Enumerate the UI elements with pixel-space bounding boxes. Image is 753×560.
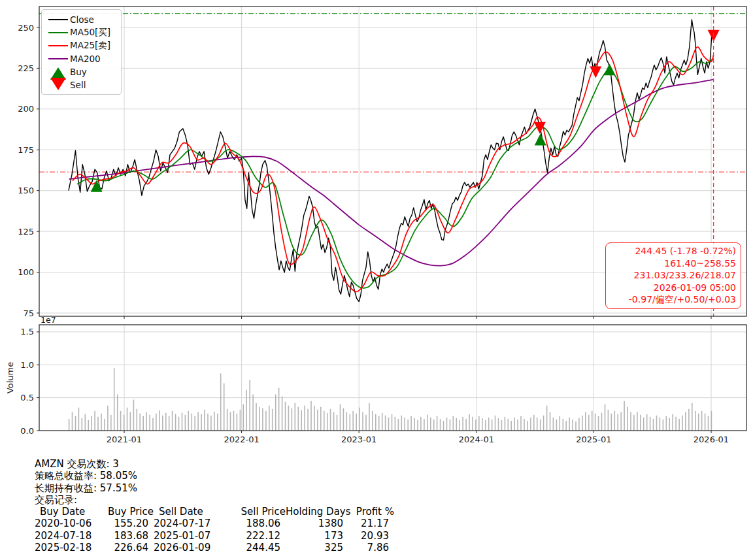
- volume-bar: [482, 418, 483, 431]
- volume-bar: [91, 416, 92, 431]
- volume-bar: [569, 418, 570, 431]
- volume-bar: [165, 413, 167, 431]
- volume-bar: [169, 416, 170, 431]
- chart-area: 751001251501752002252500.00.51.01.52021-…: [0, 0, 753, 451]
- volume-bar: [446, 418, 448, 431]
- y-tick-label: 125: [18, 227, 34, 237]
- volume-bar: [585, 412, 586, 431]
- volume-bar: [133, 400, 135, 431]
- volume-bar: [269, 406, 270, 431]
- volume-bar: [598, 416, 599, 431]
- volume-bar: [282, 397, 283, 431]
- volume-bar: [340, 404, 341, 431]
- legend-item-5[interactable]: Sell: [46, 78, 117, 91]
- volume-bar: [395, 417, 396, 431]
- volume-bar: [262, 408, 263, 431]
- volume-bar: [443, 421, 444, 431]
- trade-cell: 188.06: [227, 518, 280, 529]
- volume-bar: [175, 414, 176, 431]
- volume-bar: [440, 419, 441, 431]
- volume-bar: [656, 416, 658, 431]
- volume-offset-label: 1e7: [41, 315, 56, 325]
- volume-bar: [156, 414, 157, 431]
- y-tick-label: 150: [18, 186, 34, 195]
- volume-bar: [582, 416, 583, 431]
- trade-cell: 7.86: [343, 542, 389, 553]
- volume-bar: [556, 420, 558, 431]
- x-tick-label: 2025-01: [576, 435, 611, 444]
- volume-bar: [350, 414, 351, 431]
- volume-bar: [404, 418, 405, 431]
- ma200-line: [69, 80, 714, 266]
- volume-bar: [678, 419, 680, 431]
- volume-bar: [346, 412, 348, 431]
- legend-item-1[interactable]: MA50[买]: [46, 26, 117, 39]
- legend-item-4[interactable]: Buy: [46, 65, 117, 78]
- volume-bar: [465, 419, 467, 431]
- legend-line-icon: [46, 58, 70, 59]
- trade-cell: 226.64: [100, 542, 148, 553]
- volume-bar: [469, 414, 470, 431]
- trade-cell: 183.68: [100, 530, 148, 542]
- volume-bar: [82, 418, 83, 431]
- volume-bar: [510, 421, 512, 431]
- volume-bar: [78, 408, 80, 431]
- volume-bar: [620, 412, 622, 431]
- volume-bar: [450, 420, 451, 431]
- volume-bar: [617, 414, 618, 431]
- vol-y-tick-label: 1.5: [20, 327, 34, 337]
- legend: CloseMA50[买]MA25[卖]MA200BuySell: [41, 9, 122, 95]
- trade-cell: 20.93: [343, 530, 389, 542]
- volume-bar: [624, 401, 625, 431]
- volume-bar: [498, 418, 499, 431]
- volume-bar: [362, 412, 363, 431]
- volume-bar: [592, 411, 593, 431]
- legend-label: MA25[卖]: [70, 40, 110, 52]
- legend-item-3[interactable]: MA200: [46, 52, 117, 65]
- volume-bar: [472, 417, 473, 431]
- volume-bar: [650, 417, 651, 431]
- legend-item-2[interactable]: MA25[卖]: [46, 39, 117, 52]
- volume-bar: [327, 413, 328, 431]
- volume-bar: [214, 412, 215, 431]
- trade-cell: 2025-02-18: [35, 542, 100, 553]
- volume-bar: [427, 415, 428, 431]
- trade-col-header: Buy Price: [105, 506, 154, 518]
- volume-bar: [201, 414, 202, 431]
- volume-bar: [456, 418, 458, 431]
- volume-bar: [285, 402, 286, 431]
- volume-bar: [314, 406, 315, 431]
- volume-bar: [682, 416, 683, 431]
- trade-cell: 21.17: [343, 518, 389, 529]
- volume-bar: [601, 413, 603, 431]
- legend-item-0[interactable]: Close: [46, 13, 117, 26]
- volume-bar: [608, 410, 609, 431]
- volume-bar: [162, 416, 163, 431]
- volume-bar: [672, 414, 673, 431]
- volume-bar: [550, 412, 551, 431]
- volume-bar: [88, 420, 89, 431]
- volume-bar: [633, 415, 635, 431]
- volume-bar: [295, 403, 296, 431]
- volume-bar: [637, 412, 638, 431]
- trade-cell: 2024-07-17: [148, 518, 227, 529]
- strategy-return-line: 策略总收益率: 58.05%: [35, 470, 394, 482]
- volume-bar: [210, 416, 212, 431]
- volume-bar: [663, 420, 664, 431]
- volume-bar: [237, 414, 238, 431]
- x-tick-label: 2022-01: [224, 435, 259, 444]
- volume-bar: [159, 410, 160, 431]
- volume-bar: [243, 404, 244, 431]
- legend-glyph: [48, 58, 68, 59]
- trade-cell: 222.12: [227, 530, 280, 542]
- volume-bar: [75, 416, 76, 431]
- volume-bar: [252, 395, 254, 431]
- volume-bar: [233, 411, 235, 431]
- buy-marker[interactable]: [604, 63, 616, 75]
- trade-cell: 2025-01-07: [148, 530, 227, 542]
- volume-bar: [330, 409, 331, 431]
- volume-bar: [553, 418, 554, 431]
- volume-bar: [627, 407, 628, 431]
- volume-bar: [307, 409, 309, 431]
- y-tick-label: 225: [18, 63, 34, 73]
